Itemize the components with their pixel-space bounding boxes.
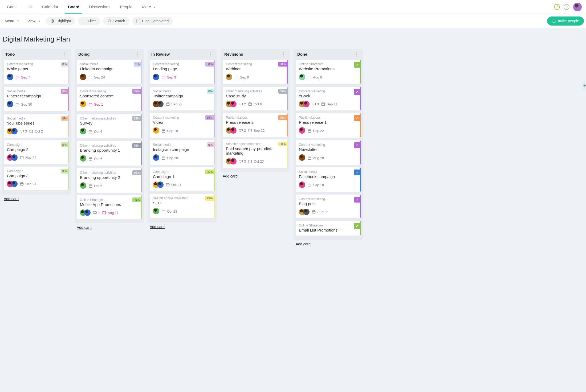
- comments-count: 3: [312, 102, 319, 106]
- menu-dropdown[interactable]: Menu▼: [2, 17, 22, 25]
- card[interactable]: 25% Search engine marketing SEO Oct 23: [150, 194, 215, 218]
- card-title: Press release 1: [299, 120, 357, 125]
- svg-rect-67: [162, 210, 165, 213]
- card-category: Public relations: [299, 116, 357, 119]
- nav-tab-list[interactable]: List: [22, 0, 37, 13]
- card[interactable]: Content marketing eBook 3Sep 11: [296, 87, 361, 110]
- card[interactable]: 30% Content marketing Landing page Sep 3: [150, 60, 215, 84]
- card[interactable]: 65% Other marketing activities Survey Oc…: [77, 114, 142, 138]
- card-category: Content marketing: [299, 89, 357, 93]
- add-card-link[interactable]: Add card: [294, 240, 363, 247]
- column-menu-icon[interactable]: ⋮: [208, 53, 213, 56]
- add-card-link[interactable]: Add card: [75, 223, 144, 231]
- user-avatar[interactable]: [573, 3, 582, 11]
- column-doing: Doing ⋮ 1% Social media LinkedIn campaig…: [75, 49, 144, 247]
- progress-badge: 75%: [278, 115, 287, 120]
- filter-button[interactable]: Filter: [78, 17, 100, 25]
- help-icon[interactable]: ?: [564, 4, 569, 10]
- caret-icon: ▼: [17, 20, 19, 23]
- column-menu-icon[interactable]: ⋮: [135, 53, 140, 56]
- add-card-link[interactable]: Add card: [148, 222, 217, 230]
- card-category: Content marketing: [299, 143, 357, 147]
- done-badge: [354, 197, 360, 203]
- card[interactable]: 0% Social media Twitter campaign Sep 22: [150, 87, 215, 110]
- nav-tab-more[interactable]: More ▼: [137, 0, 161, 13]
- done-badge: [354, 170, 360, 175]
- search-button[interactable]: Search: [103, 17, 129, 25]
- highlight-button[interactable]: Highlight: [46, 17, 75, 25]
- card-category: Online Strategies: [299, 224, 357, 227]
- svg-rect-79: [249, 129, 252, 132]
- avatar: [157, 101, 164, 107]
- card-category: Public relations: [226, 116, 284, 119]
- hide-completed-checkbox[interactable]: [136, 19, 140, 23]
- card-category: Content marketing: [153, 62, 211, 66]
- column-menu-icon[interactable]: ⋮: [62, 53, 67, 56]
- card[interactable]: 1% Social media LinkedIn campaign Sep 24: [77, 60, 142, 84]
- assignee-avatars: [226, 127, 237, 134]
- column-menu-icon[interactable]: ⋮: [281, 53, 286, 56]
- view-dropdown[interactable]: View▼: [25, 17, 43, 25]
- progress-badge: 30%: [278, 142, 287, 146]
- column-menu-icon[interactable]: ⋮: [354, 53, 359, 56]
- card[interactable]: 25% Campaigns Campaign 1 Oct 21: [150, 167, 215, 191]
- caret-icon: ▼: [38, 20, 41, 23]
- nav-tab-gantt[interactable]: Gantt: [2, 0, 22, 13]
- avatar: [153, 208, 159, 214]
- assignee-avatars: [80, 128, 86, 135]
- card-category: Other marketing activities: [80, 144, 138, 147]
- nav-tab-people[interactable]: People: [115, 0, 137, 13]
- avatar: [226, 74, 232, 80]
- card[interactable]: Content marketing Newsletter Aug 28: [296, 140, 361, 165]
- nav-tab-calendar[interactable]: Calendar: [37, 0, 63, 13]
- invite-people-button[interactable]: Invite people: [547, 16, 584, 26]
- card[interactable]: 65% Content marketing Sponsored content …: [77, 87, 142, 111]
- assignee-avatars: [299, 154, 305, 162]
- card[interactable]: Public relations Press release 1 Sep 22: [296, 113, 361, 138]
- add-card-link[interactable]: Add card: [2, 195, 71, 202]
- comments-count: 2: [239, 102, 246, 106]
- recent-icon[interactable]: [554, 4, 560, 10]
- due-date: Nov 24: [20, 155, 36, 160]
- card[interactable]: 65% Other marketing activities Case stud…: [223, 87, 288, 110]
- card[interactable]: 30% Search engine marketing Paid search/…: [223, 139, 288, 168]
- card[interactable]: 0% Social media YouTube series 3Oct 2: [4, 114, 69, 138]
- svg-rect-99: [308, 157, 311, 159]
- card[interactable]: 0% Content marketing White paper Sep 7: [4, 60, 69, 84]
- card[interactable]: 75% Other marketing activities Branding …: [77, 141, 142, 166]
- card[interactable]: Content marketing Blog post Aug 26: [296, 195, 361, 218]
- card[interactable]: Online Strategies Email List Promotions: [296, 221, 361, 236]
- due-date: Sep 22: [248, 128, 264, 133]
- avatar: [153, 127, 159, 134]
- card[interactable]: 0% Social media Pinterest campaign Sep 3…: [4, 87, 69, 111]
- card-category: Content marketing: [80, 89, 138, 93]
- contrast-icon: [50, 19, 55, 23]
- menu-label: Menu: [5, 19, 14, 23]
- card[interactable]: 0% Social media Instagram campaign Sep 2…: [150, 140, 215, 165]
- avatar: [84, 209, 91, 216]
- hide-completed-toggle[interactable]: Hide Completed: [132, 17, 173, 25]
- svg-rect-39: [89, 185, 92, 187]
- nav-tab-board[interactable]: Board: [63, 0, 84, 13]
- avatar: [11, 181, 18, 187]
- card-title: Campaign 2: [7, 147, 65, 152]
- card[interactable]: 90% Content marketing Webinar Sep 9: [223, 60, 288, 84]
- card[interactable]: 55% Other marketing activities Branding …: [77, 168, 142, 193]
- card[interactable]: 15% Content marketing Video Sep 16: [150, 113, 215, 138]
- nav-tab-discussions[interactable]: Discussions: [84, 0, 115, 13]
- card[interactable]: 90% Online Strategies Mobile App Promoti…: [77, 195, 142, 219]
- avatar: [230, 158, 237, 164]
- card[interactable]: Social media Facebook campaign Sep 18: [296, 167, 361, 192]
- svg-rect-23: [89, 76, 92, 79]
- add-column-button[interactable]: +: [582, 81, 586, 90]
- card-category: Social media: [80, 62, 138, 66]
- card[interactable]: 0% Campaigns Campaign 2 Nov 24: [4, 140, 69, 164]
- add-card-link[interactable]: Add card: [221, 172, 290, 179]
- card-category: Online Strategies: [80, 198, 138, 202]
- card-category: Other marketing activities: [226, 89, 284, 93]
- assignee-avatars: [226, 101, 237, 107]
- card[interactable]: 0% Campaigns Campaign 3 Dec 21: [4, 167, 69, 190]
- card[interactable]: Online Strategies Website Promotions Aug…: [296, 60, 361, 84]
- card[interactable]: 75% Public relations Press release 2 2Se…: [223, 113, 288, 137]
- due-date: Oct 6: [88, 130, 102, 134]
